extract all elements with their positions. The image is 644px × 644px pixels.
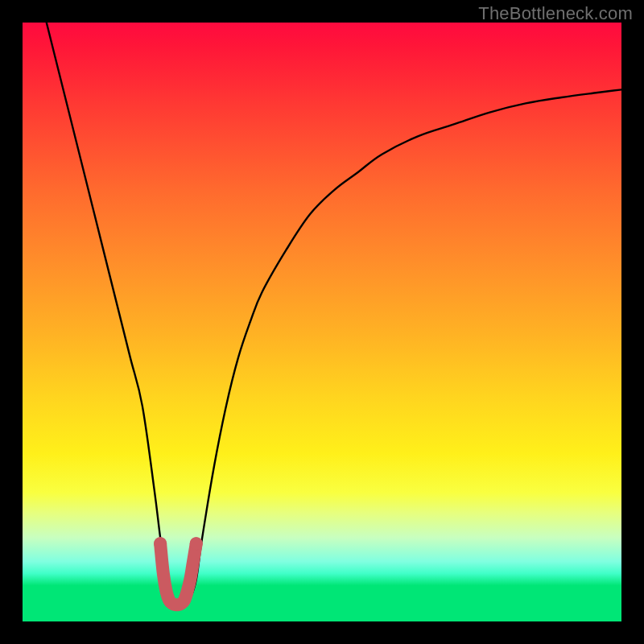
outer-frame: TheBottleneck.com	[0, 0, 644, 644]
bottleneck-curve-path	[47, 23, 621, 605]
optimal-region-marker-cap	[190, 537, 203, 550]
bottleneck-curve	[47, 23, 621, 605]
optimal-region-marker	[154, 537, 203, 605]
optimal-region-marker-path	[160, 543, 196, 605]
plot-area	[23, 23, 621, 621]
chart-svg	[23, 23, 621, 621]
watermark-text: TheBottleneck.com	[478, 3, 633, 24]
optimal-region-marker-cap	[154, 537, 167, 550]
